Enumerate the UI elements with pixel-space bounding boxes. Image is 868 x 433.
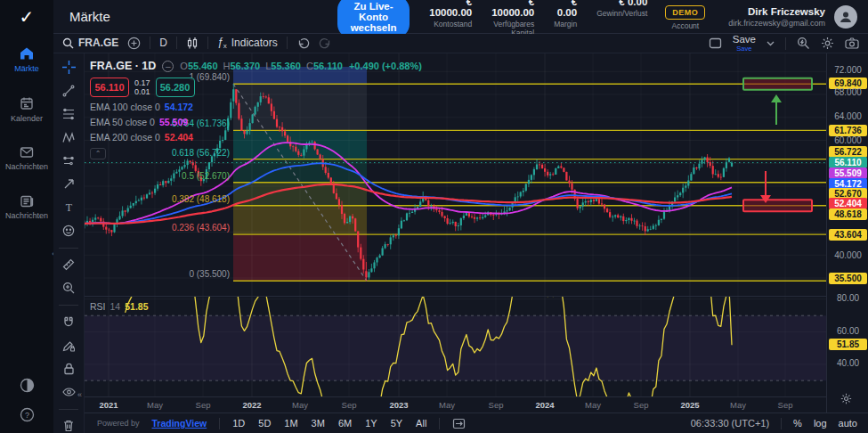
price-change: +0.490 (+0.88%) [349,61,422,71]
pencil-lock-icon [62,339,75,352]
symbol-search-button[interactable]: FRA.GE [62,37,118,49]
sidebar-item-label: Kalender [11,114,43,123]
hide-all-drawings-button[interactable] [59,386,78,399]
save-button[interactable]: Save Save [733,35,756,53]
settings-button[interactable] [821,37,834,50]
legend-collapse-button[interactable]: ⌃ [90,148,106,159]
range-button-1m[interactable]: 1M [284,418,297,429]
tradingview-link[interactable]: TradingView [152,418,207,429]
switch-live-account-button[interactable]: Zu Live-Konto wechseln [337,0,410,38]
chart-style-button[interactable] [186,37,199,50]
layout-button[interactable] [709,37,722,49]
range-button-1d[interactable]: 1D [232,418,245,429]
auto-scale-button[interactable]: auto [839,418,857,429]
drawing-mode-lock-button[interactable] [59,339,78,352]
ema-100-legend[interactable]: EMA 100 close 054.172 [90,102,422,112]
svg-text:0 (35.500): 0 (35.500) [189,269,230,279]
clock-label[interactable]: 06:33:30 (UTC+1) [691,418,769,429]
stat-kapital: € 10000.00 Verfügbares Kapital [491,0,534,37]
lock-all-drawings-button[interactable] [59,362,78,375]
rsi-pane[interactable] [85,297,826,396]
undo-button[interactable] [296,37,310,49]
compare-add-symbol-button[interactable] [127,37,141,50]
range-button-6m[interactable]: 6M [338,418,352,429]
account-label: Account [665,21,705,30]
stat-label: Kontostand [429,20,472,29]
remove-drawings-button[interactable] [59,420,78,433]
sidebar-item-kalender[interactable]: Kalender [11,96,43,123]
time-axis-label: May [578,400,608,410]
time-axis-label: Sep [334,400,364,410]
collapse-circle-icon[interactable]: – [162,61,174,72]
help-icon[interactable]: ? [20,407,35,422]
sidebar-item-label: Märkte [14,64,39,73]
gear-icon [840,393,852,404]
arrow-tool-button[interactable] [59,177,78,191]
zoom-in-tool-button[interactable] [59,282,78,295]
text-icon: T [63,201,75,213]
trend-line-icon [62,85,75,97]
broker-logo[interactable]: ✓ [0,0,53,34]
save-label: Save [733,35,756,45]
range-button-all[interactable]: All [416,418,426,429]
crosshair-icon [62,61,76,74]
screenshot-button[interactable] [845,37,859,49]
page-title: Märkte [69,9,110,24]
interval-button[interactable]: D [159,37,167,49]
range-button-5y[interactable]: 5Y [391,418,402,429]
timezone-settings-button[interactable] [840,393,852,404]
text-tool-button[interactable]: T [59,200,78,214]
ema-200-legend[interactable]: EMA 200 close 052.404 [90,132,422,143]
symbol-name: FRA.GE [78,37,118,49]
time-axis-label: Sep [770,400,800,410]
bid-ask-widget: 56.110 0.17 0.01 56.280 [90,78,422,97]
range-button-1y[interactable]: 1Y [365,418,377,429]
magnet-mode-button[interactable] [59,315,78,329]
theme-toggle-icon[interactable] [20,378,35,393]
sidebar-item-nachrichten-mail[interactable]: Nachrichten [5,146,48,171]
xabcd-pattern-tool-button[interactable] [59,131,78,144]
price-scale[interactable]: 72.00069.84068.00064.00061.73660.00056.7… [826,53,868,413]
crosshair-tool-button[interactable] [59,61,78,74]
legend-symbol[interactable]: FRA.GE · 1D [90,60,156,72]
projection-tool-button[interactable] [59,154,78,167]
time-axis-label: Sep [188,400,218,410]
price-axis-label: 51.85 [829,339,867,350]
quick-search-icon [797,37,810,50]
chart-area[interactable]: 1 (69.840)0.764 (61.736)0.618 (56.722)0.… [85,53,826,413]
sidebar-item-nachrichten-news[interactable]: Nachrichten [5,194,48,220]
sidebar-item-maerkte[interactable]: Märkte [14,46,39,73]
sidebar-item-label: Nachrichten [5,211,48,220]
ema-50-legend[interactable]: EMA 50 close 055.509 [90,117,422,127]
save-menu-button[interactable] [767,41,775,46]
stat-margin: € 0.00 Margin [554,0,577,37]
price-axis-label: 60.00 [827,326,868,336]
buy-button[interactable]: 56.280 [156,78,195,97]
trend-line-tool-button[interactable] [59,84,78,97]
time-axis[interactable]: 2021MaySep2022MaySep2023MaySep2024MaySep… [85,397,826,413]
range-button-3m[interactable]: 3M [312,418,325,429]
user-avatar[interactable] [834,5,857,29]
chart-collapse-tab[interactable]: « [77,390,82,399]
redo-button[interactable] [319,37,332,49]
user-email: dirk.friczewsky@gmail.com [728,19,825,28]
stat-value: € 10000.00 [429,0,472,18]
emoji-tool-button[interactable] [59,224,78,237]
time-axis-label: Sep [481,400,511,410]
go-to-date-icon[interactable] [452,417,466,429]
demo-badge: DEMO [665,5,705,20]
mail-icon [20,146,34,159]
account-type[interactable]: DEMO Account [665,3,705,30]
price-axis-label: 64.000 [827,111,868,121]
percent-scale-button[interactable]: % [793,418,802,429]
rsi-legend[interactable]: RSI 14 51.85 [90,301,148,312]
quick-search-button[interactable] [797,37,810,50]
sell-button[interactable]: 56.110 [90,78,129,97]
projection-icon [62,155,75,167]
measure-tool-button[interactable] [59,258,78,272]
indicators-button[interactable]: ƒx Indicators [217,36,278,50]
log-scale-button[interactable]: log [814,418,827,429]
stat-value: € 10000.00 [491,0,534,18]
range-button-5d[interactable]: 5D [258,418,271,429]
fib-retracement-tool-button[interactable] [59,107,78,120]
